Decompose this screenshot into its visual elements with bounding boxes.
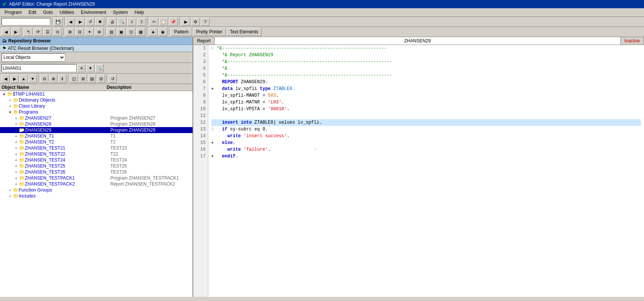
code-line-16[interactable]: write 'failure'. · bbox=[211, 146, 641, 153]
tree-row-zhtp1[interactable]: +📁ZHANSEN_TESTPACK1Program ZHANSEN_TESTP… bbox=[0, 175, 193, 181]
tree-expand-icon-zht26[interactable]: + bbox=[14, 170, 19, 174]
nav-back-btn[interactable]: ◀ bbox=[2, 28, 11, 36]
command-input[interactable] bbox=[2, 18, 50, 25]
t2-b12[interactable]: ▦ bbox=[136, 28, 145, 36]
code-line-2[interactable]: *& Report ZHANSEN29 bbox=[211, 52, 641, 58]
refresh-btn[interactable]: ↺ bbox=[86, 18, 95, 26]
code-area[interactable]: 1234567891011121314151617 □*&-----------… bbox=[193, 45, 644, 297]
tree-b3[interactable]: ▤ bbox=[88, 75, 96, 83]
code-line-9[interactable]: lv_spfli-MATNR = 'LH3'. bbox=[211, 99, 641, 106]
code-line-11[interactable] bbox=[211, 112, 641, 119]
t2-b5[interactable]: ⊞ bbox=[65, 28, 74, 36]
t2-b8[interactable]: ⊕ bbox=[95, 28, 104, 36]
tree-expand-icon-zht21[interactable]: + bbox=[14, 146, 19, 150]
tree-row-programs[interactable]: ▼📁Programs bbox=[0, 109, 193, 115]
tree-row-zht2[interactable]: +📁ZHANSEN_T2T2 bbox=[0, 139, 193, 145]
debug-btn[interactable]: ⚙ bbox=[191, 18, 200, 26]
tree-row-dict[interactable]: +📁Dictionary Objects bbox=[0, 97, 193, 103]
tree-expand-icon-programs[interactable]: ▼ bbox=[8, 110, 13, 114]
tree-up-btn[interactable]: ▲ bbox=[20, 75, 28, 83]
menu-item-help[interactable]: Help bbox=[132, 9, 147, 16]
tree-expand-icon-tmp[interactable]: ▼ bbox=[2, 92, 7, 96]
t2-b4[interactable]: ⊙ bbox=[53, 28, 62, 36]
menu-item-system[interactable]: System bbox=[110, 9, 131, 16]
t2-b10[interactable]: ▣ bbox=[117, 28, 126, 36]
tree-collapse-btn[interactable]: ⊖ bbox=[40, 75, 48, 83]
back-btn[interactable]: ◀ bbox=[66, 18, 75, 26]
code-line-5[interactable]: *&--------------------------------------… bbox=[211, 72, 641, 79]
tree-row-funcgroups[interactable]: +📁Function Groups bbox=[0, 187, 193, 193]
menu-item-environment[interactable]: Environment bbox=[78, 9, 109, 16]
menu-item-utilities[interactable]: Utilities bbox=[57, 9, 77, 16]
code-line-13[interactable]: □ if sy-subrc eq 0. bbox=[211, 126, 641, 133]
tree-expand-icon-zht1[interactable]: + bbox=[14, 134, 19, 138]
clear-search-btn[interactable]: ✕ bbox=[77, 64, 86, 72]
tree-expand-icon-zht22[interactable]: + bbox=[14, 152, 19, 156]
code-line-14[interactable]: write 'insert success'. bbox=[211, 133, 641, 139]
menu-item-goto[interactable]: Goto bbox=[40, 9, 56, 16]
tree-expand-icon-zh29[interactable]: + bbox=[14, 128, 19, 132]
paste-btn[interactable]: 📌 bbox=[169, 18, 178, 26]
search-input[interactable] bbox=[2, 64, 77, 72]
tree-row-zht1[interactable]: +📁ZHANSEN_T1T1 bbox=[0, 133, 193, 139]
tree-row-tmp[interactable]: ▼📁$TMP LIHANS1 bbox=[0, 91, 193, 97]
tree-fwd-btn[interactable]: ▶ bbox=[11, 75, 19, 83]
tree-row-includes[interactable]: +📁Includes bbox=[0, 193, 193, 199]
tree-row-zhtp2[interactable]: +📁ZHANSEN_TESTPACK2Report ZHANSEN_TESTPA… bbox=[0, 181, 193, 187]
tree-row-zht21[interactable]: +📁ZHANSEN_TEST21TEST23 bbox=[0, 145, 193, 151]
tree-expand-icon-dict[interactable]: + bbox=[8, 98, 13, 102]
menu-item-edit[interactable]: Edit bbox=[26, 9, 39, 16]
tree-expand-icon-classlib[interactable]: + bbox=[8, 104, 13, 108]
code-line-12[interactable]: insert into ZTABLE8| values lv_spfli. bbox=[211, 119, 641, 126]
code-line-17[interactable]: ◆ endif. bbox=[211, 153, 641, 160]
code-line-10[interactable]: lv_spfli-VPSTA = '00010'. bbox=[211, 106, 641, 112]
pattern-btn[interactable]: Pattern bbox=[171, 28, 192, 36]
tree-row-zh27[interactable]: +📁ZHANSEN27Program ZHANSEN27 bbox=[0, 115, 193, 121]
t2-b6[interactable]: ⊟ bbox=[75, 28, 84, 36]
t2-b13[interactable]: ◈ bbox=[149, 28, 158, 36]
t2-b2[interactable]: ⟳ bbox=[33, 28, 42, 36]
tree-b2[interactable]: ⊞ bbox=[79, 75, 87, 83]
code-line-4[interactable]: *& bbox=[211, 65, 641, 72]
find-prev-btn[interactable]: ⇧ bbox=[137, 18, 146, 26]
t2-b7[interactable]: ✦ bbox=[85, 28, 94, 36]
tree-expand-icon-funcgroups[interactable]: + bbox=[8, 188, 13, 192]
tree-row-zh29[interactable]: +📂ZHANSEN29Program ZHANSEN29 bbox=[0, 127, 193, 133]
code-line-8[interactable]: lv_spfli-MANDT = 503. bbox=[211, 92, 641, 99]
tree-expand-icon-zht2[interactable]: + bbox=[14, 140, 19, 144]
copy-btn[interactable]: 📋 bbox=[159, 18, 168, 26]
tree-row-zh28[interactable]: +📁ZHANSEN28Program ZHANSEN28 bbox=[0, 121, 193, 127]
stop-btn[interactable]: ✖ bbox=[95, 18, 104, 26]
tree-back-btn[interactable]: ◀ bbox=[2, 75, 10, 83]
text-elements-btn[interactable]: Text Elements bbox=[227, 28, 262, 36]
pretty-printer-btn[interactable]: Pretty Printer bbox=[193, 28, 226, 36]
code-line-6[interactable]: REPORT ZHANSEN29. bbox=[211, 79, 641, 85]
t2-b9[interactable]: ▤ bbox=[107, 28, 116, 36]
t2-b11[interactable]: ⊡ bbox=[126, 28, 135, 36]
tree-expand-icon-includes[interactable]: + bbox=[8, 194, 13, 198]
t2-b3[interactable]: ☰ bbox=[43, 28, 52, 36]
code-line-15[interactable]: ◆ else. bbox=[211, 139, 641, 146]
tree-expand-icon-zh27[interactable]: + bbox=[14, 116, 19, 120]
find-next-btn[interactable]: ⇩ bbox=[127, 18, 136, 26]
tree-dropdown-btn[interactable]: ▼ bbox=[29, 75, 37, 83]
nav-fwd-btn[interactable]: ▶ bbox=[11, 28, 20, 36]
execute-btn[interactable]: ▶ bbox=[181, 18, 190, 26]
tree-b1[interactable]: ◫ bbox=[70, 75, 78, 83]
code-line-3[interactable]: *&--------------------------------------… bbox=[211, 58, 641, 65]
object-type-dropdown[interactable]: Local Objects bbox=[2, 53, 65, 61]
tree-expand-icon-zht25[interactable]: + bbox=[14, 164, 19, 168]
tree-row-zht25[interactable]: +📁ZHANSEN_TEST25TEST25 bbox=[0, 163, 193, 169]
tree-expand-icon-zhtp2[interactable]: + bbox=[14, 182, 19, 186]
save-btn[interactable]: 💾 bbox=[54, 18, 63, 26]
tree-row-classlib[interactable]: +📁Class Library bbox=[0, 103, 193, 109]
print-btn[interactable]: 🖨 bbox=[108, 18, 117, 26]
tree-expand-icon-zhtp1[interactable]: + bbox=[14, 176, 19, 180]
code-line-1[interactable]: □*&-------------------------------------… bbox=[211, 45, 641, 52]
find-btn[interactable]: 🔍 bbox=[117, 18, 126, 26]
tree-row-zht24[interactable]: +📁ZHANSEN_TEST24TEST24 bbox=[0, 157, 193, 163]
t2-b1[interactable]: ↰ bbox=[24, 28, 33, 36]
search-go-btn[interactable]: 🔍 bbox=[95, 64, 104, 72]
tree-row-zht22[interactable]: +📁ZHANSEN_TEST22T22 bbox=[0, 151, 193, 157]
tree-row-zht26[interactable]: +📁ZHANSEN_TEST26TEST26 bbox=[0, 169, 193, 175]
